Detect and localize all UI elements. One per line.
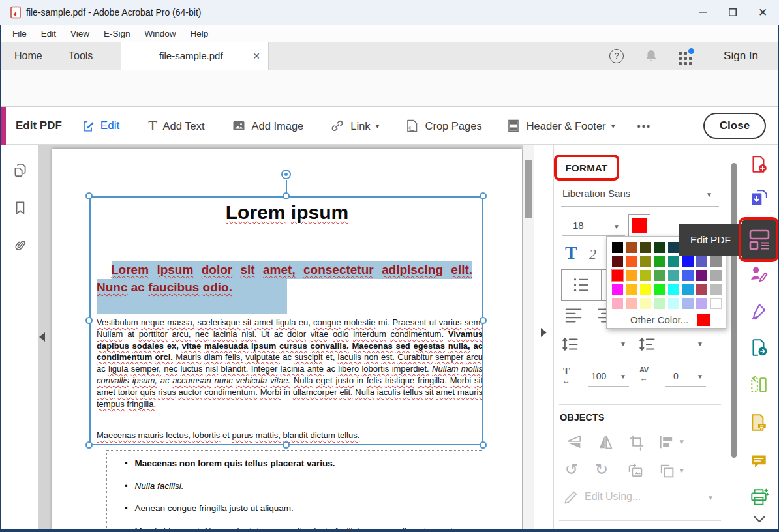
create-pdf-icon[interactable] (749, 155, 769, 174)
header-footer-icon[interactable] (506, 118, 521, 134)
document-scrollbar[interactable] (523, 145, 534, 531)
print-production-icon[interactable] (749, 488, 769, 507)
text-color-T-icon[interactable]: T (565, 243, 577, 263)
font-family-select[interactable]: Liberation Sans (562, 188, 630, 199)
request-signatures-icon[interactable] (749, 264, 769, 284)
link-icon[interactable] (329, 118, 345, 134)
tab-home[interactable]: Home (14, 42, 42, 70)
color-swatch[interactable] (640, 256, 651, 267)
character-spacing-icon[interactable]: AV↔ (639, 366, 648, 382)
color-swatch[interactable] (654, 242, 665, 253)
crop-object-icon[interactable] (628, 433, 646, 451)
edit-button[interactable]: Edit (100, 119, 119, 132)
color-swatch[interactable] (682, 284, 694, 295)
close-tab-icon[interactable]: ✕ (252, 42, 260, 70)
send-pdf-icon[interactable] (749, 338, 769, 357)
document-tab[interactable]: file-sample.pdf ✕ (121, 42, 269, 70)
color-swatch[interactable] (668, 284, 679, 295)
edit-using-pencil-icon[interactable] (562, 489, 579, 506)
color-swatch[interactable] (710, 298, 722, 309)
menu-item-esign[interactable]: E-Sign (98, 27, 136, 40)
color-swatch[interactable] (668, 256, 679, 267)
resize-handle-e[interactable] (480, 317, 487, 324)
close-edit-button[interactable]: Close (703, 113, 766, 139)
horizontal-scale-icon[interactable]: T↔ (562, 366, 570, 385)
font-size-chevron[interactable]: ▼ (613, 223, 620, 230)
character-spacing-chevron[interactable]: ▼ (697, 373, 703, 380)
bullet-list-dropdown[interactable] (561, 269, 602, 301)
resize-handle-s[interactable] (283, 441, 290, 449)
color-swatch[interactable] (640, 284, 651, 295)
horizontal-scale-chevron[interactable]: ▼ (620, 373, 626, 380)
page-thumbnails-icon[interactable] (12, 162, 29, 179)
maximize-button[interactable] (718, 0, 748, 25)
menu-item-help[interactable]: Help (185, 27, 215, 40)
paragraph-spacing-chevron[interactable]: ▼ (697, 340, 703, 347)
comments-icon[interactable] (749, 451, 769, 471)
color-swatch[interactable] (654, 284, 665, 295)
font-size-select[interactable]: 18 (573, 220, 584, 231)
color-swatch[interactable] (626, 242, 637, 253)
color-swatch[interactable] (668, 270, 679, 281)
resize-handle-sw[interactable] (85, 441, 93, 449)
crop-pages-icon[interactable] (405, 118, 420, 134)
color-swatch[interactable] (682, 270, 694, 281)
link-dropdown-chevron[interactable]: ▼ (374, 123, 381, 130)
crop-pages-button[interactable]: Crop Pages (425, 120, 482, 132)
color-swatch[interactable] (612, 284, 623, 295)
color-swatch[interactable] (682, 256, 694, 267)
menu-item-edit[interactable]: Edit (35, 27, 62, 40)
flip-vertical-icon[interactable] (565, 433, 583, 451)
font-family-chevron[interactable]: ▼ (706, 191, 712, 198)
color-swatch[interactable] (696, 284, 707, 295)
rotate-clockwise-icon[interactable]: ↻ (595, 462, 608, 477)
horizontal-scale-value[interactable]: 100 (591, 371, 606, 381)
collapse-left-panel-icon[interactable] (39, 332, 45, 342)
add-image-icon[interactable] (231, 118, 247, 134)
color-swatch[interactable] (710, 284, 722, 295)
color-swatch[interactable] (654, 270, 665, 281)
align-objects-chevron[interactable]: ▼ (679, 438, 685, 445)
header-footer-dropdown-chevron[interactable]: ▼ (610, 123, 617, 130)
color-swatch[interactable] (612, 270, 623, 281)
help-icon[interactable]: ? (609, 49, 624, 63)
notifications-bell-icon[interactable] (643, 48, 659, 64)
replace-image-icon[interactable] (626, 462, 645, 480)
minimize-button[interactable] (688, 0, 718, 25)
resize-handle-w[interactable] (85, 317, 93, 324)
line-spacing-icon[interactable] (561, 335, 579, 353)
color-swatch[interactable] (696, 270, 707, 281)
menu-item-file[interactable]: File (7, 27, 33, 40)
color-swatch[interactable] (668, 242, 679, 253)
organize-pages-icon[interactable] (749, 375, 769, 394)
color-swatch[interactable] (640, 242, 651, 253)
paragraph-spacing-icon[interactable] (638, 335, 656, 353)
resize-handle-nw[interactable] (85, 192, 93, 200)
edit-using-chevron[interactable]: ▼ (707, 494, 714, 501)
bullet-list-frame[interactable]: •Maecenas non lorem quis tellus placerat… (106, 450, 483, 532)
superscript-icon[interactable]: 2 (589, 246, 596, 263)
menu-item-view[interactable]: View (65, 27, 95, 40)
color-swatch[interactable] (668, 298, 679, 309)
other-color-button[interactable]: Other Color... (630, 314, 688, 325)
sign-in-button[interactable]: Sign In (724, 42, 758, 70)
color-swatch[interactable] (612, 256, 623, 267)
flip-horizontal-icon[interactable] (596, 433, 615, 451)
link-button[interactable]: Link (350, 120, 370, 132)
color-swatch[interactable] (710, 256, 722, 267)
line-spacing-chevron[interactable]: ▼ (620, 340, 626, 347)
panel-scrollbar-thumb[interactable] (731, 163, 737, 458)
resize-handle-n[interactable] (283, 192, 290, 200)
fill-and-sign-icon[interactable] (749, 301, 769, 321)
font-color-button[interactable] (628, 214, 650, 237)
color-swatch[interactable] (696, 256, 707, 267)
add-image-button[interactable]: Add Image (252, 120, 304, 132)
color-swatch[interactable] (612, 298, 623, 309)
header-footer-button[interactable]: Header & Footer (527, 120, 606, 132)
color-swatch[interactable] (626, 256, 637, 267)
arrange-objects-chevron[interactable]: ▼ (679, 467, 685, 474)
align-left-icon[interactable] (564, 306, 583, 325)
bookmarks-icon[interactable] (12, 200, 29, 216)
color-swatch[interactable] (696, 298, 707, 309)
app-grid-icon[interactable] (679, 50, 695, 64)
